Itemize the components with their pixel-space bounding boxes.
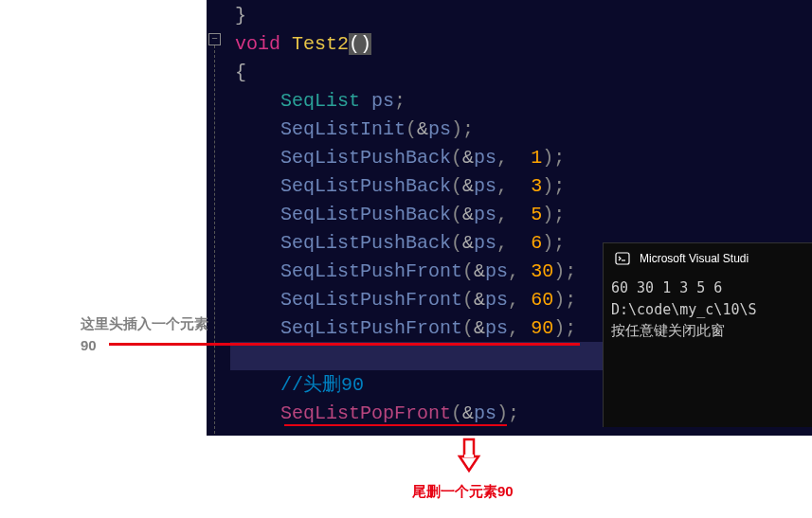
code-semi: ; [565,289,576,311]
arrow-down-icon [455,438,483,473]
annotation-left: 这里头插入一个元素 [81,313,208,335]
annotation-bottom: 尾删一个元素90 [412,483,514,501]
code-paren: ( [451,147,462,169]
code-comma: , [496,175,508,197]
code-comma: , [496,232,508,254]
code-var: ps [371,90,394,112]
code-number: 1 [531,147,542,169]
code-func-call: SeqListPushBack [280,232,451,254]
code-var: ps [485,260,508,282]
code-paren: ) [542,175,553,197]
console-titlebar[interactable]: Microsoft Visual Studi [604,243,812,274]
code-number: 6 [531,232,542,254]
code-var: ps [474,147,496,169]
code-comma: , [508,289,519,311]
annotation-left-line2: 90 [81,337,97,353]
console-title: Microsoft Visual Studi [640,252,749,265]
code-comma: , [508,260,519,282]
code-comma: , [496,204,508,225]
code-number: 5 [531,204,542,225]
code-amp: & [462,147,474,169]
code-paren: ) [360,33,371,55]
code-amp: & [474,260,485,282]
console-line: D:\code\my_c\10\S [611,301,757,318]
fold-toggle[interactable]: − [208,33,221,45]
code-semi: ; [508,402,519,424]
code-amp: & [474,317,485,339]
code-func-call: SeqListPushFront [280,289,462,311]
code-number: 60 [531,289,553,311]
code-amp: & [462,204,474,225]
code-var: ps [474,175,496,197]
code-func-call: SeqListPushBack [280,204,451,225]
code-token: } [235,5,246,27]
code-paren: ( [451,204,462,225]
fold-guide-line [214,45,215,434]
code-paren: ) [451,118,462,140]
svg-rect-0 [616,253,629,264]
code-paren: ( [462,317,474,339]
code-semi: ; [553,175,565,197]
code-type: SeqList [280,90,360,112]
code-paren: ) [553,260,565,282]
code-keyword: void [235,33,280,55]
editor-gutter: − [207,5,227,431]
code-comma: , [508,317,519,339]
code-semi: ; [565,317,576,339]
code-paren: ( [406,118,417,140]
code-comment: //头删90 [280,374,364,396]
code-var: ps [474,232,496,254]
code-paren: ) [496,402,508,424]
code-paren: ) [553,289,565,311]
code-brace: { [235,62,246,83]
code-paren: ( [451,232,462,254]
code-number: 30 [531,260,553,282]
code-var: ps [485,317,508,339]
code-paren: ( [451,175,462,197]
code-semi: ; [565,260,576,282]
code-var: ps [428,118,451,140]
code-number: 3 [531,175,542,197]
console-line: 按任意键关闭此窗 [611,322,725,339]
console-line: 60 30 1 3 5 6 [611,279,722,296]
red-underline-top [109,343,580,346]
code-paren: ) [542,147,553,169]
code-paren: ( [462,260,474,282]
code-func-call: SeqListPushBack [280,175,451,197]
code-var: ps [485,289,508,311]
code-semi: ; [462,118,474,140]
console-output: 60 30 1 3 5 6 D:\code\my_c\10\S 按任意键关闭此窗 [604,274,812,346]
code-var: ps [474,402,496,424]
code-number: 90 [531,317,553,339]
code-func-call: SeqListPushBack [280,147,451,169]
svg-rect-2 [464,439,474,456]
code-amp: & [474,289,485,311]
code-amp: & [462,175,474,197]
code-amp: & [462,232,474,254]
code-semi: ; [394,90,406,112]
code-func-call: SeqListInit [280,118,406,140]
code-paren: ) [542,204,553,225]
code-func-call: SeqListPopFront [280,402,451,424]
code-paren: ) [553,317,565,339]
code-semi: ; [553,232,565,254]
code-amp: & [417,118,428,140]
code-content: } void Test2() { SeqList ps; SeqListInit… [235,2,576,428]
code-func-name: Test2 [292,33,349,55]
code-amp: & [462,402,474,424]
code-paren: ( [349,33,360,55]
code-paren: ( [451,402,462,424]
red-underline-bottom [284,424,507,426]
code-func-call: SeqListPushFront [280,260,462,282]
code-semi: ; [553,204,565,225]
code-comma: , [496,147,508,169]
code-paren: ( [462,289,474,311]
code-semi: ; [553,147,565,169]
code-paren: ) [542,232,553,254]
console-window[interactable]: Microsoft Visual Studi 60 30 1 3 5 6 D:\… [603,242,812,427]
svg-rect-3 [464,455,474,457]
terminal-icon [615,251,630,266]
code-var: ps [474,204,496,225]
code-func-call: SeqListPushFront [280,317,462,339]
